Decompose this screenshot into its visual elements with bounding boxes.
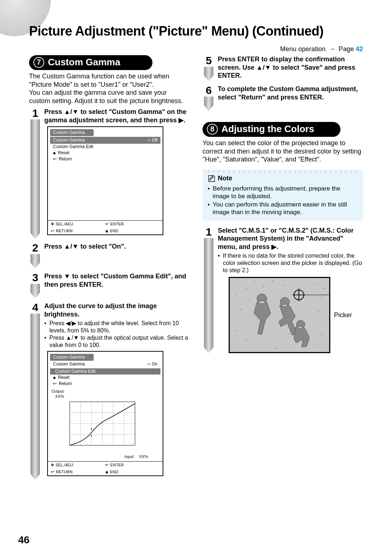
svg-point-18 <box>293 282 294 283</box>
reset-icon <box>53 150 56 156</box>
menu-op-page-link[interactable]: 42 <box>356 45 363 53</box>
osd1-f1: SEL./ADJ. <box>56 222 74 227</box>
svg-point-13 <box>246 288 246 289</box>
step-1: 1 Press ▲/▼ to select "Custom Gamma" on … <box>29 108 189 239</box>
svg-point-24 <box>321 297 322 298</box>
osd2-input-value: XX% <box>139 454 148 459</box>
osd2-r1-value: On <box>152 361 158 367</box>
note-block: Note Before performing this adjustment, … <box>203 169 363 221</box>
osd2-f2: RETURN <box>56 470 73 475</box>
osd1-f2: RETURN <box>56 229 73 234</box>
osd1-row-edit: Custom Gamma Edit <box>48 144 163 150</box>
arrow-icon <box>147 138 152 143</box>
step-4-head: Adjust the curve to adjust the image bri… <box>44 302 157 318</box>
osd1-row-return: Return <box>48 156 163 162</box>
svg-point-26 <box>318 311 319 312</box>
picker-label: Picker <box>334 311 352 319</box>
svg-point-17 <box>283 285 283 285</box>
picker-illustration <box>229 277 330 353</box>
osd1-f3: ENTER <box>110 222 124 227</box>
section-8-intro: You can select the color of the projecte… <box>203 139 363 164</box>
svg-point-21 <box>323 288 324 289</box>
svg-point-28 <box>246 339 246 340</box>
svg-point-30 <box>314 344 315 345</box>
note-bullet-2: You can perform this adjustment easier i… <box>208 201 358 216</box>
page-number: 46 <box>18 534 29 546</box>
return-icon <box>53 381 57 387</box>
step-3: 3 Press ▼ to select "Custom Gamma Edit",… <box>29 272 189 298</box>
osd2-output-label: Output: <box>52 389 65 393</box>
step-4-bullet-2: Press ▲/▼ to adjust the optical output v… <box>44 334 189 349</box>
osd1-r1-label: Custom Gamma <box>53 138 85 143</box>
cms-step-1-head: Select "C.M.S.1" or "C.M.S.2" (C.M.S.: C… <box>218 227 354 250</box>
nav-icon: ✥ <box>51 222 54 227</box>
svg-point-25 <box>240 309 241 310</box>
svg-point-22 <box>235 295 236 296</box>
nav-icon: ✥ <box>51 463 54 468</box>
end-icon <box>105 470 109 475</box>
osd2-row-return: Return <box>48 381 163 387</box>
step-2: 2 Press ▲/▼ to select "On". <box>29 242 189 269</box>
osd2-output-value: XX% <box>55 394 64 398</box>
section-8-number: 8 <box>207 124 218 135</box>
section-7-title: Custom Gamma <box>48 57 120 68</box>
step-5-text: Press ENTER to display the confirmation … <box>218 56 355 79</box>
svg-point-12 <box>237 283 237 283</box>
osd1-f4: END <box>110 229 118 234</box>
osd2-title: Custom Gamma <box>50 354 94 361</box>
section-8-title: Adjusting the Colors <box>221 123 314 135</box>
osd2-row-reset: Reset <box>48 375 163 381</box>
end-icon <box>105 229 109 234</box>
svg-marker-9 <box>91 428 92 430</box>
osd1-title: Custom Gamma <box>50 129 94 136</box>
osd1-row-reset: Reset <box>48 150 163 156</box>
osd2-f3: ENTER <box>110 463 124 468</box>
step-4: 4 Adjust the curve to adjust the image b… <box>29 302 189 480</box>
cms-step-1-bullet: If there is no data for the stored corre… <box>218 252 363 274</box>
section-7-number: 7 <box>33 57 44 68</box>
svg-point-23 <box>249 299 250 299</box>
osd2-input-label: Input: <box>124 454 135 459</box>
reset-icon <box>53 375 56 380</box>
return-icon <box>51 228 54 234</box>
page-title: Picture Adjustment ("Picture" Menu) (Con… <box>29 24 363 39</box>
step-4-bullet-1: Press ◀/▶ to adjust the white level. Sel… <box>44 320 189 334</box>
svg-point-19 <box>304 287 305 288</box>
osd-screenshot-2: Custom Gamma Custom Gamma On Custom Gamm… <box>47 351 163 476</box>
return-icon <box>51 469 54 475</box>
svg-point-16 <box>272 281 273 281</box>
note-bullet-1: Before performing this adjustment, prepa… <box>208 185 358 200</box>
step-1-text: Press ▲/▼ to select "Custom Gamma" on th… <box>44 108 187 124</box>
svg-point-15 <box>263 286 264 287</box>
cms-step-1: 1 Select "C.M.S.1" or "C.M.S.2" (C.M.S.:… <box>203 226 363 353</box>
section-7-intro: The Custom Gamma function can be used wh… <box>29 72 189 105</box>
enter-icon <box>105 221 109 227</box>
section-7-header: 7 Custom Gamma <box>29 55 152 70</box>
step-6-text: To complete the Custom Gamma adjustment,… <box>218 85 358 101</box>
section-8-header: 8 Adjusting the Colors <box>203 122 340 137</box>
step-5: 5 Press ENTER to display the confirmatio… <box>203 55 363 81</box>
gamma-curve-graph <box>52 400 146 454</box>
step-6: 6 To complete the Custom Gamma adjustmen… <box>203 85 363 111</box>
step-2-text: Press ▲/▼ to select "On". <box>44 243 126 250</box>
arrow-icon <box>147 361 152 367</box>
osd2-f4: END <box>110 470 118 475</box>
osd-screenshot-1: Custom Gamma Custom Gamma Off Custom Gam… <box>47 126 163 235</box>
menu-operation-ref: Menu operation → Page 42 <box>29 45 363 53</box>
svg-marker-10 <box>91 436 92 437</box>
osd2-row-edit-selected: Custom Gamma Edit <box>50 368 160 375</box>
step-3-text: Press ▼ to select "Custom Gamma Edit", a… <box>44 273 186 288</box>
menu-op-prefix: Menu operation <box>280 45 327 53</box>
note-icon <box>208 175 216 183</box>
return-icon <box>53 156 57 162</box>
svg-point-29 <box>321 334 322 335</box>
arrow-right-icon: → <box>329 45 335 53</box>
menu-op-page-word: Page <box>339 45 356 53</box>
note-label-text: Note <box>218 175 232 182</box>
svg-rect-11 <box>230 278 329 352</box>
svg-point-14 <box>254 282 255 282</box>
osd2-r1-label: Custom Gamma <box>53 361 85 367</box>
svg-point-31 <box>275 348 276 349</box>
enter-icon <box>105 462 109 468</box>
osd1-row-custom-gamma: Custom Gamma Off <box>50 137 160 144</box>
